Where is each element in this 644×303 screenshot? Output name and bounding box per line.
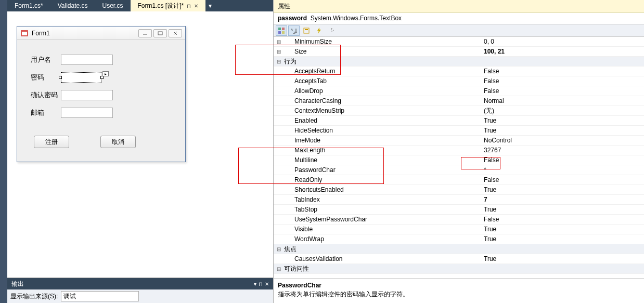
designer-surface[interactable]: Form1 用户名 密码 — [7, 11, 273, 278]
property-value[interactable]: NoControl — [482, 137, 644, 144]
property-row[interactable]: EnabledTrue — [274, 116, 644, 126]
tab-form1-cs[interactable]: Form1.cs* — [7, 0, 50, 11]
input-email[interactable] — [61, 108, 113, 118]
resize-handle-left[interactable] — [59, 76, 62, 79]
svg-rect-8 — [278, 31, 281, 34]
svg-rect-13 — [305, 29, 308, 30]
property-value[interactable]: False — [482, 68, 644, 75]
property-row[interactable]: MaxLength32767 — [274, 146, 644, 155]
property-row[interactable]: ⊞Size100, 21 — [274, 47, 644, 57]
property-value[interactable]: 100, 21 — [482, 48, 644, 55]
property-value[interactable]: * — [482, 166, 644, 174]
property-row[interactable]: ImeModeNoControl — [274, 136, 644, 146]
register-button[interactable]: 注册 — [34, 136, 69, 148]
property-category[interactable]: ⊟可访问性 — [274, 264, 644, 274]
property-row[interactable]: AcceptsReturnFalse — [274, 67, 644, 76]
expand-icon[interactable]: ⊞ — [274, 39, 284, 45]
property-category[interactable]: ⊟行为 — [274, 57, 644, 67]
output-pin-icon[interactable]: ⊓ — [259, 281, 263, 287]
form-window[interactable]: Form1 用户名 密码 — [17, 26, 186, 162]
property-name: Enabled — [284, 117, 482, 124]
output-source-select[interactable]: 调试 — [61, 291, 139, 301]
properties-object[interactable]: password System.Windows.Forms.TextBox — [274, 12, 644, 24]
property-value[interactable]: True — [482, 235, 644, 243]
tabs-overflow-icon[interactable]: ▾ — [205, 0, 215, 11]
property-value[interactable]: False — [482, 156, 644, 164]
property-value[interactable]: True — [482, 117, 644, 124]
property-value[interactable]: False — [482, 87, 644, 95]
property-value[interactable]: 0, 0 — [482, 38, 644, 45]
property-value[interactable]: Normal — [482, 97, 644, 104]
expand-icon[interactable]: ⊞ — [274, 49, 284, 55]
object-type: System.Windows.Forms.TextBox — [311, 15, 402, 22]
output-dropdown-icon[interactable]: ▾ — [254, 281, 256, 287]
expand-icon[interactable]: ⊟ — [274, 246, 284, 252]
property-row[interactable]: ShortcutsEnabledTrue — [274, 185, 644, 195]
property-name: MinimumSize — [284, 38, 482, 45]
property-value[interactable]: False — [482, 176, 644, 183]
property-value[interactable]: True — [482, 206, 644, 213]
expand-icon[interactable]: ⊟ — [274, 266, 284, 272]
property-row[interactable]: ReadOnlyFalse — [274, 175, 644, 185]
output-title: 输出 — [11, 280, 24, 288]
property-row[interactable]: CharacterCasingNormal — [274, 96, 644, 106]
property-row[interactable]: UseSystemPasswordCharFalse — [274, 215, 644, 225]
input-password[interactable] — [61, 72, 101, 83]
property-name: ShortcutsEnabled — [284, 186, 482, 193]
tab-form1-design[interactable]: Form1.cs [设计]* ⊓ ✕ — [131, 0, 206, 11]
property-name: Size — [284, 48, 482, 55]
property-row[interactable]: CausesValidationTrue — [274, 254, 644, 264]
property-value[interactable]: False — [482, 77, 644, 85]
svg-rect-6 — [278, 28, 281, 30]
property-row[interactable]: TabIndex7 — [274, 195, 644, 205]
property-row[interactable]: AcceptsTabFalse — [274, 76, 644, 86]
svg-text:A: A — [291, 28, 293, 31]
smart-tag-icon[interactable]: ▸ — [102, 71, 109, 76]
output-close-icon[interactable]: ✕ — [265, 281, 269, 287]
selected-control[interactable]: ▸ — [61, 72, 101, 83]
property-row[interactable]: ⊞MinimumSize0, 0 — [274, 37, 644, 47]
property-row[interactable]: WordWrapTrue — [274, 234, 644, 244]
property-name: ImeMode — [284, 137, 482, 144]
tab-validate-cs[interactable]: Validate.cs — [50, 0, 95, 11]
form-icon — [20, 30, 29, 37]
property-value[interactable]: 7 — [482, 196, 644, 203]
property-row[interactable]: PasswordChar* — [274, 165, 644, 175]
property-row[interactable]: HideSelectionTrue — [274, 126, 644, 136]
property-name: MaxLength — [284, 147, 482, 154]
alphabetical-icon[interactable]: AZ — [288, 25, 300, 36]
property-row[interactable]: VisibleTrue — [274, 225, 644, 234]
form-titlebar: Form1 — [17, 27, 185, 40]
property-value[interactable]: True — [482, 186, 644, 193]
maximize-icon[interactable] — [153, 29, 167, 37]
property-value[interactable]: (无) — [482, 107, 644, 115]
pin-icon[interactable]: ⊓ — [187, 3, 191, 9]
properties-grid[interactable]: ⊞MinimumSize0, 0⊞Size100, 21⊟行为AcceptsRe… — [274, 37, 644, 278]
property-name: AllowDrop — [284, 87, 482, 95]
wrench-icon[interactable] — [326, 25, 337, 36]
input-confirm[interactable] — [61, 90, 113, 100]
properties-icon[interactable] — [301, 25, 312, 36]
property-value[interactable]: True — [482, 226, 644, 233]
tab-user-cs[interactable]: User.cs — [95, 0, 131, 11]
minimize-icon[interactable] — [138, 29, 152, 37]
property-value[interactable]: 32767 — [482, 147, 644, 154]
events-icon[interactable] — [313, 25, 325, 36]
input-username[interactable] — [61, 55, 113, 65]
property-value[interactable]: False — [482, 216, 644, 223]
expand-icon[interactable]: ⊟ — [274, 59, 284, 64]
property-category[interactable]: ⊟焦点 — [274, 244, 644, 254]
property-row[interactable]: ContextMenuStrip(无) — [274, 106, 644, 116]
property-row[interactable]: AllowDropFalse — [274, 86, 644, 96]
close-icon[interactable]: ✕ — [194, 3, 198, 9]
property-row[interactable]: TabStopTrue — [274, 205, 644, 215]
label-password: 密码 — [31, 73, 61, 82]
property-name: WordWrap — [284, 235, 482, 243]
property-value[interactable]: True — [482, 127, 644, 134]
categorized-icon[interactable] — [276, 25, 287, 36]
collapsed-sidebar[interactable] — [0, 0, 7, 303]
property-row[interactable]: MultilineFalse — [274, 155, 644, 165]
property-value[interactable]: True — [482, 255, 644, 262]
cancel-button[interactable]: 取消 — [100, 136, 136, 148]
close-window-icon[interactable] — [169, 29, 182, 37]
